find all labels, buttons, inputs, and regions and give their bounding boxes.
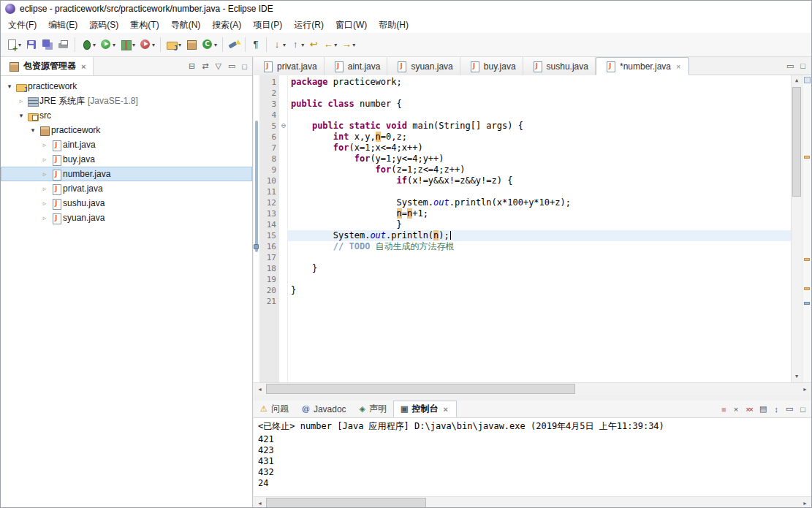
terminate-button[interactable]: ■ — [721, 405, 726, 414]
dropdown-arrow-icon[interactable]: ▾ — [152, 42, 155, 48]
scroll-down-icon[interactable]: ▼ — [792, 371, 802, 382]
overview-ruler[interactable] — [802, 75, 811, 382]
maximize-button[interactable]: □ — [800, 405, 805, 414]
menu-help[interactable]: 帮助(H) — [373, 17, 414, 34]
fold-collapse-icon[interactable]: ⊖ — [279, 121, 288, 132]
tab-javadoc[interactable]: @Javadoc — [295, 401, 353, 417]
menu-search[interactable]: 搜索(A) — [206, 17, 247, 34]
remove-all-launches-button[interactable]: ×× — [745, 405, 752, 414]
external-tools-button[interactable]: ▾ — [137, 36, 157, 53]
task-marker-icon[interactable] — [804, 302, 810, 305]
horizontal-scroll-thumb[interactable] — [266, 384, 575, 394]
menu-refactor[interactable]: 重构(T) — [124, 17, 164, 34]
close-icon[interactable]: × — [441, 405, 449, 414]
forward-button[interactable]: →▾ — [339, 36, 357, 53]
dropdown-arrow-icon[interactable]: ▾ — [18, 42, 21, 48]
tree-item-file-buy-java[interactable]: ▹buy.java — [1, 152, 252, 167]
minimize-button[interactable]: ▭ — [786, 61, 794, 71]
scroll-right-icon[interactable]: ► — [799, 383, 811, 395]
new-java-project-button[interactable]: ▾ — [164, 36, 183, 53]
code-line-19[interactable] — [288, 274, 791, 285]
dropdown-arrow-icon[interactable]: ▾ — [113, 42, 115, 48]
editor-horizontal-scrollbar[interactable]: ◄ ► — [254, 382, 811, 395]
dropdown-arrow-icon[interactable]: ▾ — [301, 42, 304, 48]
console-output[interactable]: 42142343143224 — [254, 433, 811, 496]
menu-window[interactable]: 窗口(W) — [330, 17, 373, 34]
tree-item-package-practicework[interactable]: ▾practicework — [1, 123, 252, 137]
link-with-editor-button[interactable]: ⇄ — [202, 61, 208, 71]
scroll-left-icon[interactable]: ◄ — [254, 383, 266, 395]
tree-item-src-folder[interactable]: ▾src — [1, 108, 252, 123]
next-annotation-button[interactable]: ↓▾ — [270, 36, 288, 53]
code-line-4[interactable] — [288, 110, 791, 121]
code-line-7[interactable]: for(x=1;x<=4;x++) — [288, 143, 791, 153]
back-button[interactable]: ←▾ — [321, 36, 339, 53]
previous-annotation-button[interactable]: ↑▾ — [288, 36, 306, 53]
tree-item-file-privat-java[interactable]: ▹privat.java — [1, 181, 252, 196]
code-line-18[interactable]: } — [288, 263, 791, 274]
collapse-arrow-icon[interactable]: ▾ — [17, 112, 26, 119]
dropdown-arrow-icon[interactable]: ▾ — [214, 42, 217, 48]
code-line-8[interactable]: for(y=1;y<=4;y++) — [288, 153, 791, 164]
occurrence-marker-icon[interactable] — [804, 258, 810, 261]
debug-button[interactable]: ▾ — [78, 36, 98, 53]
tab-console[interactable]: ▣控制台× — [393, 401, 457, 417]
dropdown-arrow-icon[interactable]: ▾ — [334, 42, 337, 48]
code-line-2[interactable] — [288, 88, 791, 99]
menu-navigate[interactable]: 导航(N) — [165, 17, 207, 34]
occurrence-marker-icon[interactable] — [804, 156, 810, 159]
collapse-arrow-icon[interactable]: ▾ — [5, 83, 14, 90]
close-icon[interactable]: × — [80, 62, 87, 71]
code-line-16[interactable]: // TODO 自动生成的方法存根 — [288, 241, 791, 252]
tab-aint-java[interactable]: aint.java — [325, 57, 388, 75]
menu-edit[interactable]: 编辑(E) — [42, 17, 83, 34]
minimize-button[interactable]: ▭ — [228, 61, 235, 71]
code-line-6[interactable]: int x,y,n=0,z; — [288, 132, 791, 143]
save-button[interactable] — [23, 36, 39, 53]
code-line-14[interactable]: } — [288, 219, 791, 230]
expand-arrow-icon[interactable]: ▹ — [40, 156, 49, 163]
scroll-lock-button[interactable]: ↕ — [774, 405, 778, 414]
vertical-scroll-thumb[interactable] — [792, 87, 801, 197]
horizontal-scroll-thumb[interactable] — [266, 498, 426, 508]
expand-arrow-icon[interactable]: ▹ — [40, 170, 49, 178]
expand-arrow-icon[interactable]: ▹ — [40, 200, 49, 207]
code-line-20[interactable]: } — [288, 285, 791, 296]
search-button[interactable] — [226, 36, 242, 53]
task-marker-icon[interactable] — [254, 244, 259, 249]
code-line-21[interactable] — [288, 296, 791, 307]
code-line-13[interactable]: n=n+1; — [288, 208, 791, 219]
expand-arrow-icon[interactable]: ▹ — [40, 185, 49, 192]
remove-launch-button[interactable]: × — [734, 405, 738, 414]
editor-text-area[interactable]: package practicework;public class number… — [288, 75, 791, 382]
close-icon[interactable]: × — [675, 62, 682, 71]
expand-arrow-icon[interactable]: ▹ — [40, 214, 49, 221]
maximize-button[interactable]: □ — [800, 61, 805, 70]
tree-item-project-practicework[interactable]: ▾practicework — [1, 79, 252, 94]
new-package-button[interactable] — [183, 36, 200, 53]
occurrence-marker-icon[interactable] — [804, 287, 810, 290]
horizontal-scroll-track[interactable] — [266, 383, 799, 395]
dropdown-arrow-icon[interactable]: ▾ — [283, 42, 286, 48]
tab-package-explorer[interactable]: 包资源管理器 × — [1, 57, 94, 75]
dropdown-arrow-icon[interactable]: ▾ — [93, 42, 96, 48]
tab-syuan-java[interactable]: syuan.java — [387, 57, 460, 75]
menu-run[interactable]: 运行(R) — [288, 17, 330, 34]
tab-sushu-java[interactable]: sushu.java — [523, 57, 596, 75]
tab-buy-java[interactable]: buy.java — [460, 57, 523, 75]
code-line-1[interactable]: package practicework; — [288, 77, 791, 88]
dropdown-arrow-icon[interactable]: ▾ — [178, 42, 181, 48]
expand-arrow-icon[interactable]: ▹ — [40, 141, 49, 148]
menu-project[interactable]: 项目(P) — [247, 17, 288, 34]
tree-item-file-syuan-java[interactable]: ▹syuan.java — [1, 211, 252, 225]
editor-vertical-scrollbar[interactable]: ▲ ▼ — [791, 75, 802, 382]
tree-item-file-sushu-java[interactable]: ▹sushu.java — [1, 196, 252, 211]
minimize-button[interactable]: ▭ — [786, 404, 793, 414]
code-line-5[interactable]: public static void main(String[] args) { — [288, 121, 791, 132]
code-line-3[interactable]: public class number { — [288, 99, 791, 110]
collapse-arrow-icon[interactable]: ▾ — [29, 126, 37, 134]
code-line-11[interactable] — [288, 186, 791, 197]
scroll-up-icon[interactable]: ▲ — [792, 75, 802, 86]
tree-item-jre-system-library[interactable]: ▹JRE 系统库[JavaSE-1.8] — [1, 94, 252, 108]
new-wizard-button[interactable]: ▾ — [4, 36, 23, 53]
